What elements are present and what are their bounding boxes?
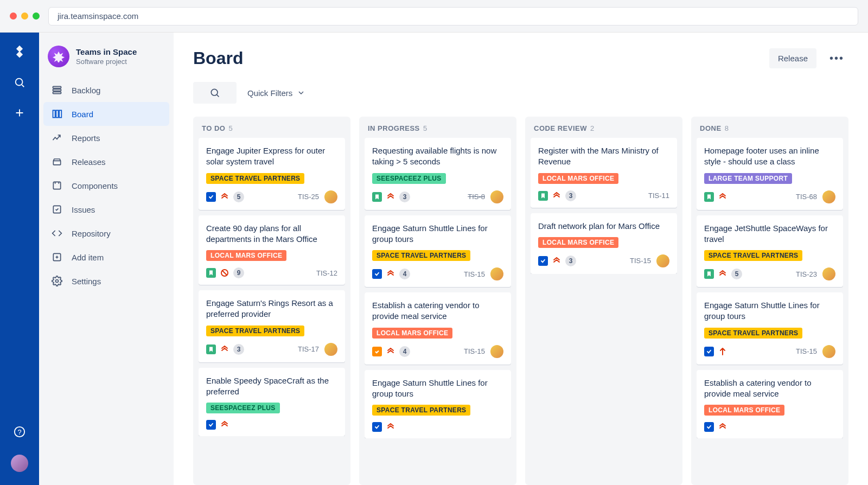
issue-card[interactable]: Engage Saturn Shuttle Lines for group to… [365, 215, 511, 288]
column-count: 5 [229, 124, 233, 132]
assignee-avatar[interactable] [822, 190, 835, 203]
epic-label[interactable]: LOCAL MARS OFFICE [538, 237, 618, 248]
project-name: Teams in Space [76, 47, 137, 56]
epic-label[interactable]: SPACE TRAVEL PARTNERS [372, 405, 470, 416]
column-in-progress: IN PROGRESS 5 Requesting available fligh… [359, 117, 516, 485]
more-menu-icon[interactable]: ••• [825, 48, 848, 69]
assignee-avatar[interactable] [822, 267, 835, 280]
profile-avatar[interactable] [11, 455, 28, 472]
issue-card[interactable]: Create 90 day plans for all departments … [199, 215, 345, 285]
epic-label[interactable]: SPACE TRAVEL PARTNERS [704, 328, 802, 339]
issue-card[interactable]: Establish a catering vendor to provide m… [365, 292, 511, 365]
project-avatar-icon [48, 46, 69, 67]
issue-key: TIS-17 [298, 345, 319, 353]
card-title: Engage Jupiter Express for outer solar s… [206, 145, 337, 168]
issue-card[interactable]: Engage Saturn Shuttle Lines for group to… [697, 292, 843, 365]
issue-card[interactable]: Engage JetShuttle SpaceWays for travel S… [697, 215, 843, 288]
sidebar-item-releases[interactable]: Releases [43, 150, 169, 174]
jira-logo-icon[interactable] [12, 44, 27, 60]
issue-card[interactable]: Engage Jupiter Express for outer solar s… [199, 138, 345, 210]
epic-label[interactable]: SPACE TRAVEL PARTNERS [372, 250, 470, 261]
card-title: Engage Saturn's Rings Resort as a prefer… [206, 298, 337, 320]
issue-card[interactable]: Draft network plan for Mars Office LOCAL… [531, 213, 677, 274]
svg-rect-3 [53, 86, 61, 88]
epic-label[interactable]: SEESPACEEZ PLUS [206, 403, 280, 413]
priority-icon [718, 270, 727, 278]
sidebar-item-settings[interactable]: Settings [43, 269, 169, 293]
assignee-avatar[interactable] [324, 343, 337, 356]
epic-label[interactable]: SEESPACEEZ PLUS [372, 173, 446, 184]
project-header[interactable]: Teams in Space Software project [43, 46, 169, 78]
svg-point-12 [56, 280, 59, 283]
issue-type-icon [704, 269, 714, 279]
create-icon[interactable] [12, 105, 27, 120]
card-title: Engage JetShuttle SpaceWays for travel [704, 223, 835, 245]
assignee-avatar[interactable] [490, 190, 503, 203]
sidebar-item-label: Reports [72, 133, 100, 143]
epic-label[interactable]: SPACE TRAVEL PARTNERS [206, 326, 304, 336]
issue-card[interactable]: Engage Saturn Shuttle Lines for group to… [365, 370, 511, 439]
issue-card[interactable]: Engage Saturn's Rings Resort as a prefer… [199, 290, 345, 362]
issue-type-icon [372, 422, 382, 432]
sidebar-item-backlog[interactable]: Backlog [43, 78, 169, 102]
epic-label[interactable]: SPACE TRAVEL PARTNERS [206, 173, 304, 184]
assignee-avatar[interactable] [656, 254, 669, 267]
issue-card[interactable]: Homepage footer uses an inline style - s… [697, 138, 843, 210]
svg-rect-8 [59, 110, 61, 117]
issue-type-icon [372, 192, 382, 202]
svg-rect-9 [53, 182, 60, 189]
svg-rect-4 [53, 89, 61, 91]
epic-label[interactable]: LOCAL MARS OFFICE [538, 173, 618, 184]
issue-key: TIS-23 [796, 270, 817, 278]
issue-type-icon [206, 420, 216, 430]
assignee-avatar[interactable] [490, 345, 503, 358]
issue-card[interactable]: Establish a catering vendor to provide m… [697, 370, 843, 439]
project-type: Software project [76, 58, 137, 66]
url-bar[interactable]: jira.teamsinspace.com [48, 7, 858, 25]
window-minimize[interactable] [21, 12, 28, 20]
story-points: 9 [233, 267, 244, 278]
issue-key: TIS-12 [316, 269, 337, 277]
epic-label[interactable]: LOCAL MARS OFFICE [206, 250, 286, 261]
card-title: Establish a catering vendor to provide m… [704, 378, 835, 400]
sidebar-item-label: Add item [72, 253, 104, 262]
release-button[interactable]: Release [769, 48, 816, 68]
sidebar-item-label: Components [72, 181, 118, 190]
story-points: 4 [399, 346, 410, 357]
issue-card[interactable]: Register with the Mars Ministry of Reven… [531, 138, 677, 208]
issue-type-icon [538, 191, 548, 201]
story-points: 3 [565, 256, 576, 266]
issue-card[interactable]: Enable Speedy SpaceCraft as the preferre… [199, 368, 345, 437]
epic-label[interactable]: LARGE TEAM SUPPORT [704, 173, 792, 184]
assignee-avatar[interactable] [822, 345, 835, 358]
card-title: Enable Speedy SpaceCraft as the preferre… [206, 375, 337, 398]
search-icon[interactable] [12, 75, 27, 90]
sidebar-item-board[interactable]: Board [43, 102, 169, 126]
issue-card[interactable]: Requesting available flights is now taki… [365, 138, 511, 210]
sidebar-item-add[interactable]: Add item [43, 245, 169, 269]
sidebar-item-code[interactable]: Repository [43, 221, 169, 245]
column-header: TO DO 5 [199, 124, 345, 138]
sidebar-item-label: Releases [72, 157, 106, 167]
issue-key: TIS-15 [796, 347, 817, 355]
assignee-avatar[interactable] [324, 190, 337, 203]
board-icon [51, 108, 63, 120]
sidebar-item-components[interactable]: Components [43, 174, 169, 197]
issue-type-icon [206, 344, 216, 354]
code-icon [51, 227, 63, 239]
assignee-avatar[interactable] [490, 267, 503, 280]
priority-icon [220, 269, 229, 277]
quick-filters-dropdown[interactable]: Quick Filters [247, 88, 305, 98]
board-search[interactable] [193, 82, 237, 104]
sidebar-item-issues[interactable]: Issues [43, 197, 169, 221]
epic-label[interactable]: SPACE TRAVEL PARTNERS [704, 250, 802, 261]
svg-point-13 [211, 89, 218, 95]
window-maximize[interactable] [33, 12, 40, 20]
help-icon[interactable]: ? [12, 424, 27, 439]
window-close[interactable] [10, 12, 17, 20]
sidebar-item-reports[interactable]: Reports [43, 126, 169, 150]
epic-label[interactable]: LOCAL MARS OFFICE [372, 328, 452, 339]
epic-label[interactable]: LOCAL MARS OFFICE [704, 405, 784, 416]
main: Board Release ••• Quick Filters TO DO 5 … [174, 33, 868, 485]
priority-icon [386, 193, 395, 201]
